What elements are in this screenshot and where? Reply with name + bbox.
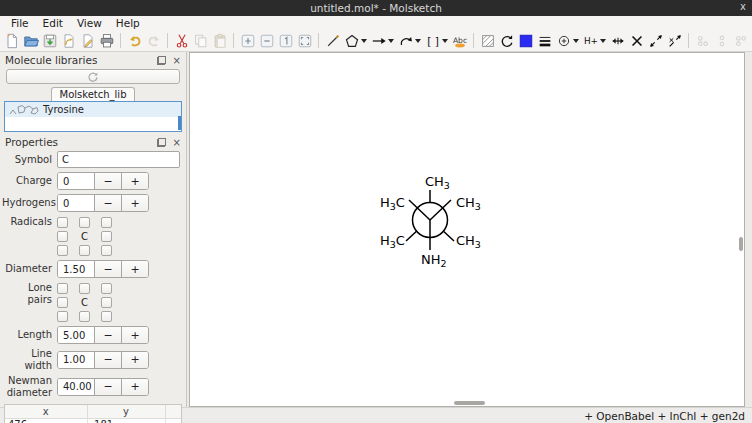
diameter-value[interactable]: 1.50 <box>58 261 94 277</box>
close-panel-icon[interactable]: × <box>173 138 181 147</box>
library-list-scrollbar[interactable] <box>178 116 181 130</box>
radicals-checkbox[interactable] <box>79 217 90 228</box>
diameter-decrease-button[interactable]: − <box>94 261 121 277</box>
coord-cell[interactable]: -181 <box>87 418 165 423</box>
new-document-button[interactable] <box>2 31 21 50</box>
radicals-checkbox[interactable] <box>57 231 68 242</box>
coordinates-table: xy476-181 <box>4 404 182 423</box>
length-decrease-button[interactable]: − <box>94 327 121 343</box>
lone-pairs-checkbox[interactable] <box>79 283 90 294</box>
charge-tool-dropdown-icon[interactable] <box>573 39 579 43</box>
undo-button[interactable] <box>125 31 144 50</box>
coord-cell[interactable]: 476 <box>5 418 87 423</box>
newman-diameter-decrease-button[interactable]: − <box>94 379 121 395</box>
radicals-checkbox[interactable] <box>57 245 68 256</box>
library-tab-bar: Molsketch_lib <box>0 87 186 101</box>
close-panel-icon[interactable]: × <box>173 56 181 65</box>
horizontal-scrollbar[interactable] <box>454 401 485 405</box>
lone-pairs-checkbox[interactable] <box>101 297 112 308</box>
bracket-tool-button[interactable]: [ ] <box>423 31 442 50</box>
save-as-document-button[interactable] <box>59 31 78 50</box>
ring-tool-button[interactable] <box>342 31 361 50</box>
refresh-library-button[interactable] <box>6 69 180 84</box>
float-panel-icon[interactable] <box>157 138 166 147</box>
charge-decrease-button[interactable]: − <box>94 173 121 189</box>
print-document-button[interactable] <box>97 31 116 50</box>
length-increase-button[interactable]: + <box>121 327 148 343</box>
toolbar-separator <box>473 33 474 48</box>
tab-molsketch-lib[interactable]: Molsketch_lib <box>51 87 136 101</box>
reaction-arrow-tool-button[interactable] <box>369 31 388 50</box>
open-document-button[interactable] <box>21 31 40 50</box>
save-as-document-icon <box>61 33 77 49</box>
reaction-arrow-tool-dropdown-icon[interactable] <box>388 39 394 43</box>
charge-increase-button[interactable]: + <box>121 173 148 189</box>
back-bond-lower-left <box>406 231 417 241</box>
zoom-fit-button[interactable] <box>295 31 314 50</box>
copy-icon <box>193 33 209 49</box>
text-tool-button[interactable]: Abc <box>450 31 469 50</box>
export-document-button[interactable] <box>78 31 97 50</box>
radicals-checkbox[interactable] <box>79 245 90 256</box>
zoom-in-button[interactable] <box>238 31 257 50</box>
substituent-label: H3C <box>380 195 405 212</box>
symbol-input[interactable]: C <box>57 151 180 168</box>
move-tool-button[interactable] <box>608 31 627 50</box>
zoom-original-button[interactable] <box>276 31 295 50</box>
mechanism-arrow-tool-button[interactable] <box>396 31 415 50</box>
menu-help[interactable]: Help <box>109 17 147 29</box>
save-document-button[interactable] <box>40 31 59 50</box>
undo-icon <box>127 33 143 49</box>
window-close-button[interactable]: x <box>740 1 746 12</box>
map-atoms-tool-button[interactable] <box>646 31 665 50</box>
rotate-tool-button[interactable] <box>497 31 516 50</box>
zoom-out-button[interactable] <box>257 31 276 50</box>
bracket-tool-dropdown-icon[interactable] <box>442 39 448 43</box>
lone-pairs-checkbox[interactable] <box>101 311 112 322</box>
radicals-checkbox[interactable] <box>101 217 112 228</box>
ring-tool-dropdown-icon[interactable] <box>361 39 367 43</box>
hatch-tool-button[interactable] <box>478 31 497 50</box>
coord-table-row[interactable]: 476-181 <box>5 418 181 423</box>
line-width-increase-button[interactable]: + <box>121 352 148 368</box>
lone-pairs-checkbox[interactable] <box>101 283 112 294</box>
charge-tool-button[interactable] <box>554 31 573 50</box>
draw-tool-button[interactable] <box>323 31 342 50</box>
radicals-checkbox[interactable] <box>101 245 112 256</box>
hydrogen-tool-dropdown-icon[interactable] <box>600 39 606 43</box>
lone-pairs-checkbox[interactable] <box>79 311 90 322</box>
coord-cell[interactable] <box>165 418 181 423</box>
delete-tool-button[interactable] <box>627 31 646 50</box>
cut-button[interactable] <box>172 31 191 50</box>
menu-file[interactable]: File <box>4 17 36 29</box>
unmap-atoms-tool-button[interactable] <box>665 31 684 50</box>
hydrogens-decrease-button[interactable]: − <box>94 195 121 211</box>
color-tool-button[interactable] <box>516 31 535 50</box>
hydrogen-tool-button[interactable]: H+ <box>581 31 600 50</box>
radicals-checkbox[interactable] <box>101 231 112 242</box>
lone-pairs-checkbox[interactable] <box>57 297 68 308</box>
length-value[interactable]: 5.00 <box>58 327 94 343</box>
library-panel-title: Molecule libraries <box>5 54 157 66</box>
float-panel-icon[interactable] <box>157 56 166 65</box>
hydrogens-value[interactable]: 0 <box>58 195 94 211</box>
charge-value[interactable]: 0 <box>58 173 94 189</box>
newman-diameter-value[interactable]: 40.00 <box>58 379 94 395</box>
radicals-checkbox[interactable] <box>57 217 68 228</box>
newman-diameter-increase-button[interactable]: + <box>121 379 148 395</box>
vertical-scrollbar[interactable] <box>739 237 743 251</box>
hydrogens-increase-button[interactable]: + <box>121 195 148 211</box>
title-bar: untitled.mol* - Molsketch x <box>0 0 752 16</box>
menu-view[interactable]: View <box>70 17 109 29</box>
library-item-tyrosine[interactable]: Tyrosine <box>5 102 181 117</box>
menu-edit[interactable]: Edit <box>36 17 70 29</box>
drawing-canvas[interactable]: CH3 H3C CH3 H3C CH3 NH2 <box>189 52 745 407</box>
diameter-increase-button[interactable]: + <box>121 261 148 277</box>
lone-pairs-checkbox[interactable] <box>57 311 68 322</box>
line-width-value[interactable]: 1.00 <box>58 352 94 368</box>
lone-pairs-checkbox[interactable] <box>57 283 68 294</box>
line-width-tool-button[interactable] <box>535 31 554 50</box>
mechanism-arrow-tool-dropdown-icon[interactable] <box>415 39 421 43</box>
line-width-decrease-button[interactable]: − <box>94 352 121 368</box>
back-bond-lower-right <box>444 231 455 241</box>
